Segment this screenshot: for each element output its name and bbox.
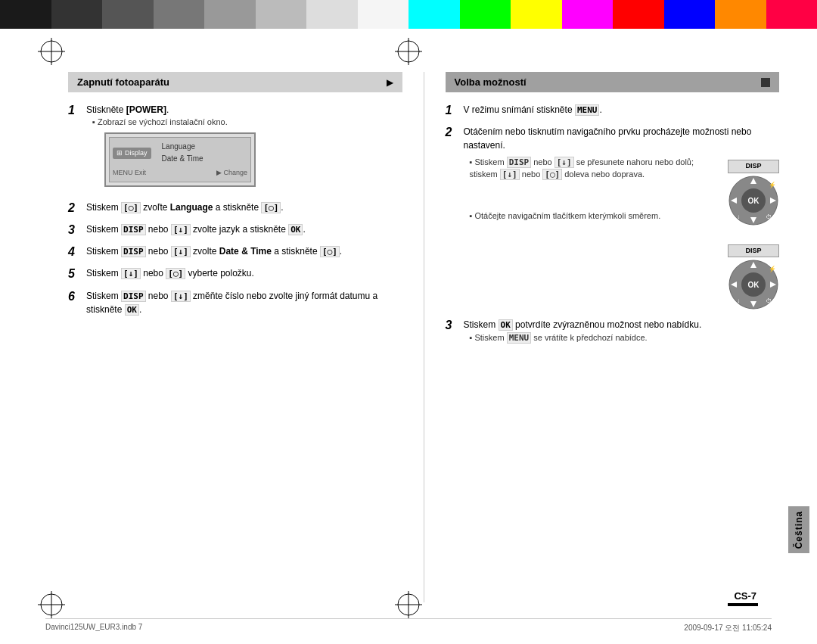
left-section-header: Zapnutí fotoaparátu ▶: [68, 72, 402, 92]
nav-dial-1: OK ⚡ ↓ ⏱: [728, 175, 779, 226]
step-4: 4 Stiskem DISP nebo [↓] zvolte Date & Ti…: [68, 244, 402, 259]
step-3: 3 Stiskem DISP nebo [↓] zvolte jazyk a s…: [68, 222, 402, 237]
svg-text:⚡: ⚡: [769, 265, 776, 272]
svg-text:⏱: ⏱: [766, 297, 772, 304]
step-1: 1 Stiskněte [POWER]. Zobrazí se výchozí …: [68, 103, 402, 193]
lcd-mockup: ⊞ Display Language Date & Time: [104, 132, 256, 187]
svg-text:⏱: ⏱: [766, 213, 772, 220]
svg-text:OK: OK: [748, 197, 760, 205]
right-step-2: 2 Otáčením nebo tisknutím navigačního pr…: [446, 125, 780, 310]
lcd-item-datetime: Date & Time: [162, 153, 247, 165]
right-section-title: Volba možností: [455, 76, 527, 88]
svg-text:↓: ↓: [737, 213, 740, 220]
step1-bullet: Zobrazí se výchozí instalační okno.: [92, 117, 402, 128]
lcd-item-language: Language: [162, 141, 247, 153]
step-5: 5 Stiskem [↓] nebo [◯] vyberte položku.: [68, 266, 402, 281]
reg-mark-top-left: [38, 38, 65, 68]
reg-mark-bottom-left: [38, 591, 65, 621]
footer-left: Davinci125UW_EUR3.indb 7: [45, 623, 142, 633]
page-number-bar: [728, 603, 758, 606]
footer-right: 2009-09-17 오전 11:05:24: [684, 623, 772, 633]
svg-text:OK: OK: [748, 281, 760, 289]
left-section-arrow: ▶: [387, 77, 393, 88]
right-column: Volba možností 1 V režimu snímání stiskn…: [446, 72, 780, 602]
right-section-header: Volba možností: [446, 72, 780, 92]
nav-dial-2: OK ⚡ ↓ ⏱: [728, 259, 779, 310]
disp-label-1: DISP: [728, 160, 779, 173]
svg-text:↓: ↓: [737, 297, 740, 304]
right-step2-bullet2: Otáčejte navigačním tlačítkem kterýmkoli…: [470, 210, 716, 222]
step-6: 6 Stiskem DISP nebo [↓] změňte číslo neb…: [68, 289, 402, 317]
lcd-footer: MENU Exit ▶ Change: [113, 168, 247, 179]
right-step-3: 3 Stiskem OK potvrdíte zvýrazněnou možno…: [446, 318, 780, 344]
step-2: 2 Stiskem [◯] zvoľte Language a stisknět…: [68, 201, 402, 215]
reg-mark-top-center: [395, 38, 422, 68]
footer: Davinci125UW_EUR3.indb 7 2009-09-17 오전 1…: [45, 618, 772, 633]
column-divider: [424, 72, 424, 602]
disp-label-2: DISP: [728, 244, 779, 258]
page-number: CS-7: [734, 590, 756, 602]
right-step2-bullet1: Stiskem DISP nebo [↓] se přesunete nahor…: [470, 157, 716, 180]
lcd-display-btn: ⊞ Display: [113, 148, 151, 160]
right-step3-bullet: Stiskem MENU se vrátíte k předchozí nabí…: [470, 332, 780, 344]
right-step-1: 1 V režimu snímání stiskněte MENU.: [446, 103, 780, 117]
right-section-square: [761, 78, 770, 87]
left-section-title: Zapnutí fotoaparátu: [77, 76, 169, 88]
left-column: Zapnutí fotoaparátu ▶ 1 Stiskněte [POWER…: [68, 72, 402, 602]
svg-text:⚡: ⚡: [769, 181, 776, 188]
lcd-inner: ⊞ Display Language Date & Time: [109, 137, 251, 182]
color-bar: [0, 0, 817, 29]
cestina-label: Čeština: [788, 506, 809, 553]
